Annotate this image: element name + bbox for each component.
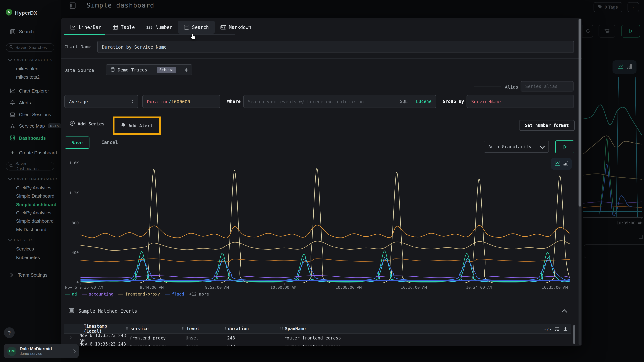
saved-search-item[interactable]: mikes tets2: [16, 74, 40, 80]
presets-caption[interactable]: PRESETS: [8, 238, 34, 242]
set-number-format-button[interactable]: Set number format: [519, 120, 574, 131]
sidebar-item-chart-explorer[interactable]: Chart Explorer: [10, 88, 49, 94]
legend-item-frontend-proxy[interactable]: frontend-proxy: [118, 292, 160, 297]
panel-resize-handle[interactable]: [639, 235, 642, 239]
saved-searches-caption[interactable]: SAVED SEARCHES: [8, 58, 52, 62]
series-recommendation: [80, 259, 570, 262]
tab-label: Search: [192, 24, 209, 30]
help-button[interactable]: ?: [4, 327, 15, 338]
tab-search[interactable]: Search: [178, 21, 215, 34]
sidebar-item-service-map[interactable]: Service MapBETA: [10, 123, 61, 129]
sql-toggle[interactable]: SQL: [400, 99, 408, 104]
data-source-select[interactable]: Demo Traces Schema: [106, 64, 192, 75]
tab-markdown[interactable]: Markdown: [215, 21, 257, 34]
saved-searches-input[interactable]: Saved Searches: [6, 43, 54, 52]
sidebar-item-alerts[interactable]: Alerts: [10, 100, 31, 105]
logo-text: HyperDX: [15, 10, 38, 16]
run-query-button[interactable]: [622, 25, 640, 37]
saved-dashboard-item[interactable]: ClickPy Analytics: [16, 210, 51, 215]
page-title: Simple dashboard: [86, 1, 154, 9]
y-tick-label: 800: [72, 221, 79, 225]
saved-dashboards-input[interactable]: Saved Dashboards: [6, 162, 54, 171]
saved-dashboard-item[interactable]: ClickPy Analytics: [16, 185, 51, 190]
kebab-menu-button[interactable]: ⋮: [628, 2, 639, 12]
cell-spanname: router frontend egress: [284, 335, 571, 340]
sidebar-toggle-icon[interactable]: [69, 2, 76, 8]
query-language-toggle[interactable]: SQL | Lucene: [400, 99, 432, 104]
legend-item-ad[interactable]: ad: [65, 292, 77, 297]
background-chart-type-toggle[interactable]: [612, 60, 636, 74]
refresh-button[interactable]: [582, 25, 593, 37]
where-search-input[interactable]: Search your events w/ Lucene ex. column:…: [243, 95, 436, 108]
sidebar-item-search[interactable]: Search: [10, 29, 34, 34]
background-page-strip: 10:35:00 AM: [582, 18, 644, 362]
saved-dashboards-placeholder: Saved Dashboards: [16, 161, 51, 171]
modal-scrollbar-thumb[interactable]: [578, 18, 582, 206]
column-header-duration[interactable]: duration: [223, 326, 280, 331]
sample-matched-events-header[interactable]: Sample Matched Events: [69, 308, 137, 314]
column-header-level[interactable]: level: [182, 326, 223, 331]
download-icon[interactable]: [563, 326, 568, 333]
group-by-input[interactable]: ServiceName: [466, 95, 574, 108]
add-series-button[interactable]: Add Series: [70, 121, 105, 127]
column-header-spanname[interactable]: SpanName: [280, 326, 571, 331]
edit-chart-modal: Line/BarTable123NumberSearchMarkdown Cha…: [61, 18, 582, 346]
hyperdx-app: HyperDX Search Saved Searches SAVED SEAR…: [0, 0, 644, 362]
saved-search-item[interactable]: mikes alert: [16, 66, 39, 71]
alias-input[interactable]: Series alias: [520, 81, 574, 91]
event-row[interactable]: Nov 6 10:35:23.243 AMfrontend-proxyUnset…: [64, 334, 571, 342]
column-header-service[interactable]: service: [125, 326, 182, 331]
tab-number[interactable]: 123Number: [140, 21, 178, 34]
saved-dashboard-item[interactable]: My Dashboard: [16, 227, 46, 232]
tab-label: Line/Bar: [79, 24, 101, 30]
cell-duration: 248: [227, 344, 284, 346]
lucene-toggle[interactable]: Lucene: [416, 99, 432, 104]
run-chart-button[interactable]: [555, 141, 574, 153]
preset-item[interactable]: Services: [16, 246, 34, 252]
tab-line-bar[interactable]: Line/Bar: [64, 21, 107, 34]
saved-dashboard-item[interactable]: Simple dashboard: [16, 202, 56, 207]
collapse-events-icon[interactable]: [562, 309, 567, 315]
plus-circle-icon: [70, 121, 75, 127]
granularity-select[interactable]: Auto Granularity: [484, 141, 549, 153]
events-scrollbar[interactable]: [573, 325, 575, 344]
tab-table[interactable]: Table: [107, 21, 140, 34]
saved-dashboard-item[interactable]: Simple Dashboard: [16, 193, 54, 199]
code-icon[interactable]: </>: [544, 327, 551, 331]
saved-dashboard-item[interactable]: Simple dashboard: [16, 218, 54, 224]
wrap-lines-icon[interactable]: [554, 326, 560, 333]
cell-service: frontend-proxy: [130, 344, 186, 346]
user-card[interactable]: DM Dale McDiarmid demo-service -: [4, 344, 79, 358]
table-tab-icon: [112, 25, 118, 30]
event-row[interactable]: Nov 6 10:35:23.243 AMfrontend-proxyUnset…: [64, 342, 571, 346]
sidebar-item-dashboards[interactable]: Dashboards: [10, 135, 46, 141]
bg-series: [583, 174, 642, 180]
expression-input[interactable]: Duration/1000000: [142, 95, 220, 108]
preset-item[interactable]: Kubernetes: [16, 255, 40, 260]
logo[interactable]: HyperDX: [6, 8, 38, 17]
add-alert-button[interactable]: Add Alert: [121, 123, 152, 129]
expand-row-icon[interactable]: [68, 336, 72, 340]
cancel-button[interactable]: Cancel: [101, 140, 118, 145]
filter-button[interactable]: [598, 25, 616, 37]
legend-more-link[interactable]: +12 more: [189, 292, 209, 297]
cell-duration: 248: [227, 335, 284, 340]
legend-label: flagd: [172, 292, 184, 297]
aggregation-select[interactable]: Average: [64, 95, 138, 108]
y-tick-label: 1.2K: [69, 191, 79, 195]
gear-icon: [8, 272, 14, 278]
grid-icon: [10, 135, 16, 141]
active-tab-underline: [64, 34, 105, 35]
sidebar-item-client-sessions[interactable]: Client Sessions: [10, 112, 51, 117]
legend-item-flagd[interactable]: flagd: [165, 292, 184, 297]
create-dashboard-button[interactable]: + Create Dashboard: [10, 150, 57, 156]
team-settings-button[interactable]: Team Settings: [8, 272, 48, 278]
legend-item-accounting[interactable]: accounting: [82, 292, 114, 297]
tags-button[interactable]: 0 Tags: [594, 2, 622, 12]
save-button[interactable]: Save: [65, 137, 90, 149]
bg-series: [635, 77, 638, 217]
column-header-timestamp-local-[interactable]: Timestamp (Local): [64, 324, 125, 334]
column-label: level: [186, 326, 200, 331]
saved-dashboards-caption[interactable]: SAVED DASHBOARDS: [8, 177, 59, 181]
chart-name-input[interactable]: Duration by Service Name: [97, 41, 574, 53]
